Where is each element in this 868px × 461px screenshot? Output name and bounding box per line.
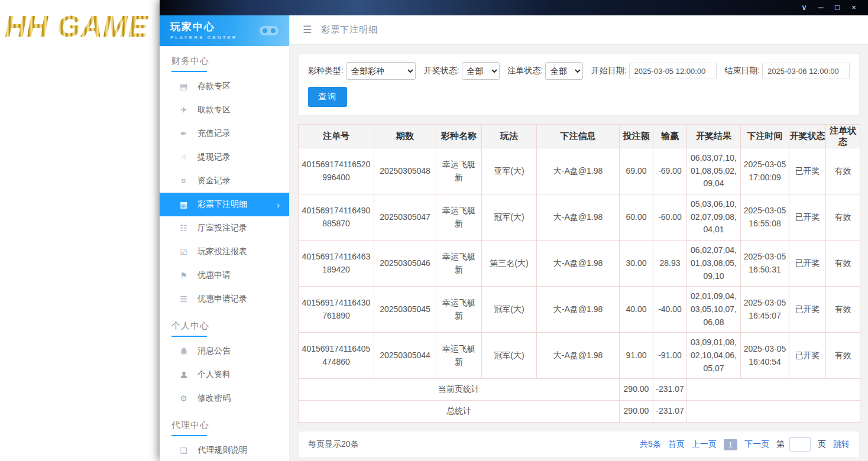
sidebar-item-player-bet-report[interactable]: ☑ 玩家投注报表: [160, 240, 289, 264]
sidebar-item-label: 优惠申请: [197, 270, 231, 281]
sidebar-item-change-password[interactable]: ⚙ 修改密码: [160, 387, 289, 410]
pagination-bar: 每页显示20条 共5条 首页 上一页 1 下一页 第 页 跳转: [298, 431, 860, 458]
sidebar-item-promo-apply-records[interactable]: ☰ 优惠申请记录: [160, 287, 289, 311]
cell-bet-status: 有效: [826, 333, 860, 379]
summary-current-empty: [687, 379, 860, 401]
gamepad-icon: [254, 19, 284, 45]
col-bet-info: 下注信息: [537, 125, 620, 148]
draw-status-select[interactable]: 全部: [462, 62, 500, 80]
cell-bet-info: 大-A盘@1.98: [537, 241, 620, 287]
sidebar: 玩家中心 PLAYERS CENTER 财务中心 ▤ 存款专区: [160, 15, 290, 461]
sidebar-item-messages[interactable]: 消息公告: [160, 339, 289, 363]
section-agent: 代理中心: [171, 420, 289, 436]
section-finance: 财务中心: [171, 56, 289, 72]
cell-draw-status: 已开奖: [789, 333, 826, 379]
col-winloss: 输赢: [653, 125, 687, 148]
cell-bet-time: 2025-03-05 16:50:31: [741, 241, 789, 287]
cell-lottery-name: 幸运飞艇新: [436, 287, 482, 333]
bet-status-label: 注单状态:: [507, 66, 543, 76]
lottery-type-select[interactable]: 全部彩种: [346, 62, 416, 80]
cell-winloss: -60.00: [653, 194, 687, 241]
cell-bet-amount: 30.00: [620, 241, 653, 287]
cell-draw-status: 已开奖: [789, 241, 826, 287]
col-period: 期数: [374, 125, 436, 148]
sidebar-item-deposit[interactable]: ▤ 存款专区: [160, 74, 289, 98]
sidebar-item-hall-bet-records[interactable]: ☷ 厅室投注记录: [160, 216, 289, 240]
query-button[interactable]: 查询: [308, 87, 347, 107]
col-bet-amount: 投注额: [620, 125, 653, 148]
cell-bet-id: 401569174116430761890: [299, 287, 374, 333]
sidebar-item-promo-apply[interactable]: ⚑ 优惠申请: [160, 264, 289, 287]
cell-draw-status: 已开奖: [789, 287, 826, 333]
lottery-type-label: 彩种类型:: [308, 66, 344, 76]
cell-period: 20250305047: [374, 194, 436, 241]
cell-period: 20250305045: [374, 287, 436, 333]
sidebar-header: 玩家中心 PLAYERS CENTER: [160, 15, 289, 46]
end-date-label: 结束日期:: [724, 66, 760, 76]
summary-total-winloss: -231.07: [653, 401, 687, 423]
jump-link[interactable]: 跳转: [833, 439, 850, 450]
cell-draw-result: 05,03,06,10,02,07,09,08,04,01: [687, 194, 741, 241]
sidebar-item-label: 修改密码: [197, 393, 231, 404]
bet-table: 注单号 期数 彩种名称 玩法 下注信息 投注额 输赢 开奖结果 下注时间 开奖状…: [298, 124, 860, 423]
cell-bet-id: 401569174116490885870: [299, 194, 374, 241]
hall-record-icon: ☷: [179, 223, 189, 233]
next-page-link[interactable]: 下一页: [744, 439, 769, 450]
close-icon[interactable]: ×: [846, 0, 862, 15]
bet-status-select[interactable]: 全部: [545, 62, 583, 80]
person-icon: [179, 371, 189, 379]
current-page-badge[interactable]: 1: [724, 439, 737, 450]
hh-game-logo: HH GAME: [0, 0, 160, 44]
cell-bet-status: 有效: [826, 194, 860, 241]
sidebar-item-recharge-records[interactable]: ✒ 充值记录: [160, 122, 289, 145]
sidebar-item-lottery-bet-details[interactable]: ▦ 彩票下注明细 ›: [160, 193, 289, 216]
cell-bet-info: 大-A盘@1.98: [537, 148, 620, 194]
sidebar-item-label: 消息公告: [197, 346, 231, 356]
page-jump-input[interactable]: [789, 437, 811, 452]
cell-draw-result: 06,03,07,10,01,08,05,02,09,04: [687, 148, 741, 194]
prev-page-link[interactable]: 上一页: [692, 439, 717, 450]
maximize-icon[interactable]: □: [829, 0, 846, 15]
col-draw-result: 开奖结果: [687, 125, 741, 148]
sidebar-item-fund-records[interactable]: ¤ 资金记录: [160, 169, 289, 193]
cell-bet-id: 401569174116520996400: [299, 148, 374, 194]
gear-icon: ⚙: [179, 394, 189, 403]
sidebar-item-withdrawal-records[interactable]: ☝ 提现记录: [160, 145, 289, 169]
sidebar-item-label: 提现记录: [197, 152, 231, 163]
hamburger-icon[interactable]: ☰: [303, 24, 312, 36]
summary-current-label: 当前页统计: [299, 379, 620, 401]
cell-play-type: 冠军(大): [482, 287, 537, 333]
page-title: 彩票下注明细: [321, 24, 378, 35]
filter-panel: 彩种类型: 全部彩种 开奖状态: 全部 注单状态: 全部: [298, 53, 860, 116]
start-date-input[interactable]: [629, 63, 717, 79]
cell-bet-time: 2025-03-05 16:40:54: [741, 333, 789, 379]
cell-draw-result: 03,09,01,08,02,10,04,06,05,07: [687, 333, 741, 379]
sidebar-item-label: 厅室投注记录: [197, 223, 247, 233]
draw-status-label: 开奖状态:: [424, 66, 459, 76]
per-page-label: 每页显示20条: [308, 439, 359, 450]
withdrawal-record-icon: ☝: [179, 152, 189, 162]
background-page: HH GAME: [0, 0, 160, 461]
cell-period: 20250305048: [374, 148, 436, 194]
sidebar-item-profile[interactable]: 个人资料: [160, 363, 289, 387]
bet-table-card: 注单号 期数 彩种名称 玩法 下注信息 投注额 输赢 开奖结果 下注时间 开奖状…: [298, 124, 860, 423]
window-menu-icon[interactable]: ∨: [796, 0, 812, 15]
sidebar-item-withdraw[interactable]: ✈ 取款专区: [160, 98, 289, 122]
cell-bet-info: 大-A盘@1.98: [537, 287, 620, 333]
sidebar-item-label: 彩票下注明细: [197, 199, 247, 210]
minimize-icon[interactable]: ─: [812, 0, 829, 15]
cell-bet-id: 401569174116463189420: [299, 241, 374, 287]
cell-bet-time: 2025-03-05 16:55:08: [741, 194, 789, 241]
main-topbar: ☰ 彩票下注明细: [290, 15, 868, 45]
recharge-icon: ✒: [179, 129, 189, 138]
end-date-input[interactable]: [762, 63, 850, 79]
sidebar-item-label: 代理规则说明: [197, 445, 247, 456]
col-draw-status: 开奖状态: [789, 125, 826, 148]
first-page-link[interactable]: 首页: [668, 439, 685, 450]
promo-apply-icon: ⚑: [179, 271, 189, 280]
cell-bet-info: 大-A盘@1.98: [537, 194, 620, 241]
sidebar-item-agent-rules[interactable]: ❏ 代理规则说明: [160, 439, 289, 461]
col-play-type: 玩法: [482, 125, 537, 148]
cell-draw-status: 已开奖: [789, 194, 826, 241]
table-header-row: 注单号 期数 彩种名称 玩法 下注信息 投注额 输赢 开奖结果 下注时间 开奖状…: [299, 125, 860, 148]
